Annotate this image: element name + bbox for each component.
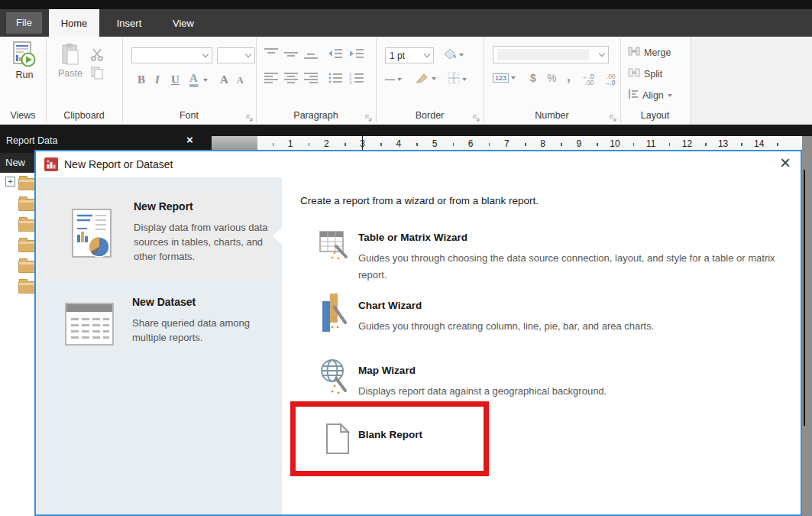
ruler-tick — [309, 143, 310, 146]
font-color-letter: A — [189, 72, 198, 87]
merge-button[interactable]: Merge — [628, 46, 671, 59]
numbered-list-button[interactable]: 123 — [349, 72, 364, 86]
border-dialog-launcher-icon[interactable] — [473, 113, 480, 121]
ruler-tick — [489, 143, 490, 146]
border-line-style-button[interactable]: — — [385, 73, 402, 85]
increase-indent-button[interactable] — [349, 47, 364, 62]
border-width-combo[interactable]: 1 pt — [385, 47, 434, 63]
chevron-down-icon — [511, 76, 516, 80]
fill-color-button[interactable] — [443, 47, 464, 62]
font-color-button[interactable]: A — [189, 72, 208, 85]
run-icon — [13, 58, 36, 70]
dialog-close-icon[interactable]: × — [780, 152, 791, 174]
increase-decimal-button[interactable]: .00→.0 — [603, 73, 616, 86]
folder-icon[interactable] — [18, 240, 35, 252]
align-center-button[interactable] — [283, 72, 299, 86]
folder-icon[interactable] — [18, 178, 35, 190]
number-format-combo[interactable] — [493, 46, 609, 63]
tab-insert[interactable]: Insert — [107, 9, 151, 37]
ruler-number: 3 — [360, 138, 365, 149]
align-left-button[interactable] — [264, 72, 279, 86]
ruler-right-gap — [802, 136, 812, 153]
align-middle-button[interactable] — [283, 47, 299, 62]
bold-button[interactable]: B — [137, 73, 145, 86]
cut-button[interactable] — [90, 47, 104, 63]
thousands-separator-button[interactable]: , — [567, 69, 571, 85]
merge-label: Merge — [644, 47, 671, 58]
align-bottom-button[interactable] — [303, 47, 319, 62]
new-dataset-title: New Dataset — [132, 296, 196, 308]
align-top-button[interactable] — [264, 47, 279, 62]
paste-icon — [61, 57, 79, 68]
folder-icon[interactable] — [18, 261, 35, 273]
sidebar-item-new-report[interactable]: New Report Display data from various dat… — [44, 190, 273, 279]
number-format-button[interactable]: 123 — [493, 73, 516, 83]
borders-grid-button[interactable] — [448, 72, 467, 86]
chevron-down-icon — [599, 50, 605, 57]
currency-button[interactable]: $ — [530, 72, 536, 84]
paragraph-dialog-launcher-icon[interactable] — [365, 113, 373, 121]
split-cells-icon — [628, 67, 640, 80]
percent-button[interactable]: % — [547, 72, 556, 84]
ruler-number: 6 — [468, 138, 474, 149]
map-wizard-title[interactable]: Map Wizard — [358, 365, 416, 376]
folder-icon[interactable] — [18, 281, 35, 294]
chart-wizard-icon — [322, 292, 349, 337]
bullet-list-button[interactable] — [328, 72, 343, 86]
paste-label: Paste — [53, 68, 87, 79]
ruler-tick — [597, 143, 598, 146]
tab-file[interactable]: File — [6, 12, 42, 34]
tree-expand-icon[interactable]: + — [5, 177, 15, 187]
font-dialog-launcher-icon[interactable] — [246, 113, 254, 121]
ruler-number: 2 — [324, 138, 329, 149]
tab-home[interactable]: Home — [49, 9, 99, 37]
copy-icon — [90, 70, 104, 82]
ruler-number: 5 — [432, 138, 438, 149]
grow-font-button[interactable]: A — [220, 73, 228, 86]
number-dialog-launcher-icon[interactable] — [610, 113, 617, 121]
chevron-down-icon — [245, 51, 251, 57]
border-draw-button[interactable] — [416, 72, 436, 86]
copy-button[interactable] — [90, 66, 104, 82]
window-top-strip — [0, 0, 812, 9]
underline-button[interactable]: U — [171, 73, 180, 86]
ruler-number: 11 — [646, 138, 655, 149]
decrease-indent-button[interactable] — [328, 47, 343, 62]
decrease-decimal-bottom: .00 — [585, 79, 594, 86]
app-window: File Home Insert View Run Views — [0, 0, 812, 516]
align-right-button[interactable] — [303, 72, 319, 86]
italic-button[interactable]: I — [155, 73, 160, 86]
table-matrix-wizard-title[interactable]: Table or Matrix Wizard — [358, 232, 467, 243]
increase-decimal-bottom: →.0 — [603, 79, 616, 86]
run-button[interactable]: Run — [8, 41, 41, 80]
folder-icon[interactable] — [18, 219, 35, 232]
split-button[interactable]: Split — [628, 67, 662, 80]
new-report-desc: Display data from various data sources i… — [134, 220, 273, 264]
font-name-combo[interactable] — [131, 47, 212, 63]
ruler-tick — [561, 143, 562, 146]
tab-view[interactable]: View — [162, 9, 205, 37]
panel-close-icon[interactable]: × — [186, 133, 193, 146]
dialog-sidebar: New Report Display data from various dat… — [36, 177, 282, 514]
folder-icon[interactable] — [18, 199, 35, 211]
ruler-tick — [633, 143, 635, 146]
report-builder-icon — [44, 157, 58, 174]
decrease-decimal-button[interactable]: ←.0.00 — [582, 73, 594, 86]
new-dataset-icon — [65, 303, 115, 349]
align-label: Align — [642, 90, 664, 101]
dialog-intro-text: Create a report from a wizard or from a … — [300, 195, 539, 206]
sidebar-item-new-dataset[interactable]: New Dataset Share queried data among mul… — [44, 290, 273, 376]
report-data-panel-title: Report Data — [6, 135, 57, 146]
ruler-number: 14 — [754, 138, 764, 149]
paste-button[interactable]: Paste — [53, 43, 87, 79]
font-size-combo[interactable] — [217, 47, 255, 63]
align-button[interactable]: Align — [628, 89, 672, 102]
shrink-font-button[interactable]: A — [237, 75, 244, 86]
new-button[interactable]: New — [5, 157, 25, 168]
ruler-tick — [741, 143, 742, 146]
chart-wizard-title[interactable]: Chart Wizard — [358, 300, 422, 311]
annotation-highlight-box — [290, 401, 489, 476]
merge-cells-icon — [628, 46, 640, 59]
ruler-tick — [345, 143, 346, 146]
design-surface-edge — [802, 153, 812, 516]
